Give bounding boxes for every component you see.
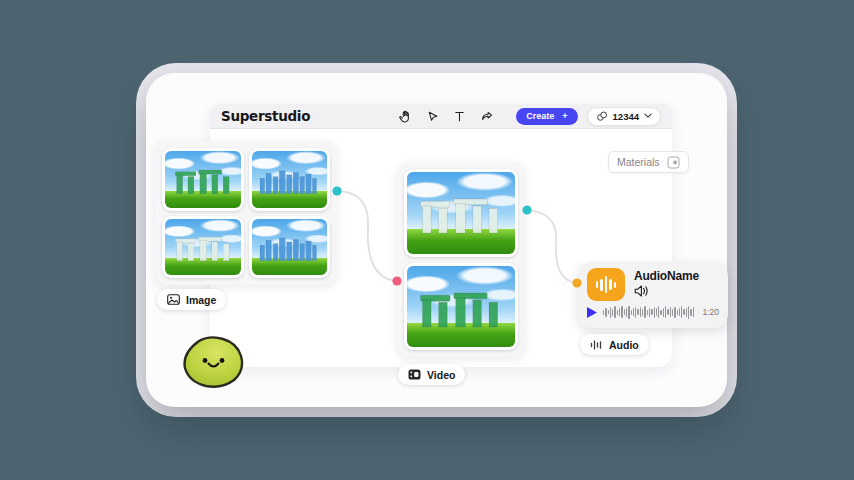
image-icon (167, 294, 180, 305)
play-button[interactable] (587, 307, 597, 318)
video-pill-label: Video (427, 369, 455, 381)
image-pill-label: Image (186, 294, 216, 306)
text-tool-icon[interactable] (452, 110, 466, 124)
page: Superstudio Create + (0, 0, 854, 480)
image-thumbnail[interactable] (249, 216, 331, 279)
cursor-icon[interactable] (425, 110, 439, 124)
stonehenge-graphic (413, 287, 508, 329)
chevron-down-icon (644, 113, 652, 119)
credits-value: 12344 (613, 111, 639, 122)
stonehenge-graphic (256, 166, 322, 195)
stonehenge-graphic (170, 233, 236, 262)
audio-card[interactable]: AudioName 1:20 (578, 262, 728, 328)
toolbar-tools (398, 104, 493, 129)
speaker-icon (634, 285, 649, 297)
waveform-icon (587, 268, 625, 301)
panel-icon (667, 156, 680, 169)
audio-card-top: AudioName (587, 268, 719, 301)
create-label: Create (526, 111, 554, 121)
video-thumbnail[interactable] (404, 169, 518, 257)
audio-pill-label: Audio (609, 339, 639, 351)
app-toolbar: Superstudio Create + (210, 104, 672, 129)
image-thumbnail[interactable] (249, 148, 331, 211)
video-node-pill[interactable]: Video (398, 364, 465, 385)
materials-button[interactable]: Materials (608, 151, 689, 173)
audio-duration: 1:20 (702, 307, 719, 317)
mascot-eye (220, 358, 225, 363)
materials-label: Materials (617, 156, 660, 168)
audio-node-pill[interactable]: Audio (580, 334, 649, 355)
image-node-pill[interactable]: Image (157, 289, 226, 310)
video-thumbnail[interactable] (404, 263, 518, 351)
video-node[interactable] (397, 162, 525, 357)
audio-waveform[interactable] (603, 305, 696, 319)
create-button[interactable]: Create + (516, 108, 577, 125)
audio-title: AudioName (634, 269, 699, 283)
plus-icon: + (562, 111, 567, 121)
audio-icon (590, 339, 603, 351)
image-thumbnail[interactable] (162, 148, 244, 211)
image-node[interactable] (155, 141, 337, 285)
stonehenge-graphic (413, 193, 508, 235)
app-logo: Superstudio (221, 108, 310, 124)
coins-icon (596, 110, 608, 122)
credits-pill[interactable]: 12344 (587, 107, 661, 126)
share-icon[interactable] (479, 110, 493, 124)
mascot-eye (203, 358, 208, 363)
stonehenge-graphic (170, 166, 236, 195)
video-icon (408, 369, 421, 380)
image-thumbnail[interactable] (162, 216, 244, 279)
toolbar-right: Create + 12344 (516, 107, 661, 126)
stonehenge-graphic (256, 233, 322, 262)
audio-card-meta: AudioName (634, 268, 699, 301)
blob-mascot (177, 334, 247, 392)
audio-player-row: 1:20 (587, 305, 719, 319)
hand-icon[interactable] (398, 110, 412, 124)
